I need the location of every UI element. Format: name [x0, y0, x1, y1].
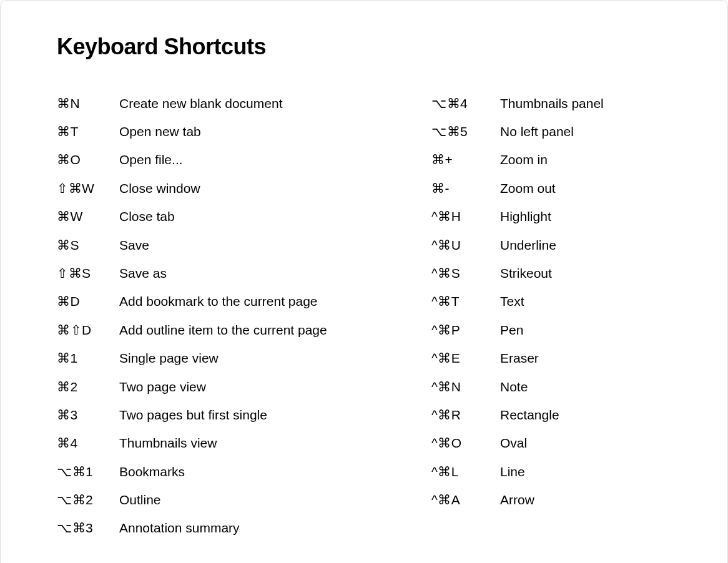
shortcut-row: ⌥⌘5No left panel — [431, 117, 656, 145]
shortcut-keys: ⌘T — [57, 122, 119, 140]
shortcut-row: ^⌘PPen — [431, 316, 656, 344]
shortcut-keys: ^⌘H — [431, 207, 500, 225]
shortcut-desc: Oval — [500, 434, 656, 452]
shortcut-keys: ^⌘O — [431, 434, 500, 452]
shortcut-desc: No left panel — [500, 122, 656, 140]
shortcut-keys: ⌥⌘3 — [57, 519, 119, 537]
shortcuts-columns: ⌘NCreate new blank document ⌘TOpen new t… — [57, 89, 690, 542]
shortcut-row: ⌘NCreate new blank document — [57, 89, 381, 117]
shortcut-row: ^⌘HHighlight — [431, 202, 656, 230]
shortcut-keys: ^⌘R — [431, 406, 500, 424]
shortcut-keys: ⇧⌘W — [57, 179, 119, 197]
shortcut-keys: ⌥⌘1 — [57, 463, 119, 481]
shortcut-row: ^⌘TText — [431, 287, 656, 315]
shortcut-keys: ⌘1 — [57, 349, 119, 367]
shortcut-row: ⌘+Zoom in — [431, 145, 656, 174]
shortcut-row: ⌥⌘4Thumbnails panel — [431, 89, 656, 117]
shortcut-keys: ⌘D — [57, 292, 119, 310]
shortcut-row: ^⌘AArrow — [431, 486, 656, 514]
shortcut-keys: ⌘⇧D — [57, 321, 119, 339]
shortcut-desc: Thumbnails view — [119, 434, 381, 452]
shortcut-keys: ⌘3 — [57, 406, 119, 424]
shortcut-desc: Add bookmark to the current page — [119, 292, 381, 310]
shortcut-desc: Note — [500, 378, 656, 396]
shortcut-desc: Thumbnails panel — [500, 94, 656, 112]
shortcut-row: ^⌘RRectangle — [431, 401, 656, 429]
shortcut-row: ^⌘EEraser — [431, 344, 656, 372]
shortcut-keys: ⌘- — [431, 179, 500, 197]
shortcut-desc: Open new tab — [119, 122, 381, 140]
shortcuts-card: Keyboard Shortcuts ⌘NCreate new blank do… — [0, 0, 728, 563]
shortcut-desc: Rectangle — [500, 406, 656, 424]
shortcut-desc: Add outline item to the current page — [119, 321, 381, 339]
shortcut-keys: ^⌘L — [431, 463, 500, 481]
shortcut-desc: Close window — [119, 179, 381, 197]
shortcut-desc: Zoom in — [500, 150, 656, 169]
shortcut-row: ^⌘SStrikeout — [431, 259, 656, 287]
shortcut-desc: Arrow — [500, 491, 656, 509]
shortcut-row: ^⌘LLine — [431, 458, 656, 486]
shortcuts-col-right: ⌥⌘4Thumbnails panel ⌥⌘5No left panel ⌘+Z… — [431, 89, 656, 542]
shortcut-keys: ⇧⌘S — [57, 264, 119, 282]
shortcut-keys: ^⌘T — [431, 292, 500, 310]
shortcut-desc: Two page view — [119, 378, 381, 396]
shortcut-desc: Line — [500, 463, 656, 481]
shortcut-row: ⌘-Zoom out — [431, 174, 656, 202]
shortcut-desc: Save as — [119, 264, 381, 282]
shortcut-row: ⌘DAdd bookmark to the current page — [57, 287, 381, 315]
shortcut-desc: Highlight — [500, 207, 656, 225]
shortcut-row: ^⌘UUnderline — [431, 231, 656, 259]
shortcut-keys: ⌘4 — [57, 434, 119, 452]
shortcut-row: ⌘TOpen new tab — [57, 117, 381, 145]
shortcut-keys: ⌘O — [57, 150, 119, 169]
shortcut-row: ^⌘OOval — [431, 429, 656, 457]
shortcut-desc: Create new blank document — [119, 94, 381, 112]
shortcut-desc: Close tab — [119, 207, 381, 225]
shortcut-desc: Underline — [500, 236, 656, 254]
shortcut-row: ⌥⌘3Annotation summary — [57, 514, 381, 542]
shortcut-keys: ⌘+ — [431, 150, 500, 169]
shortcut-keys: ⌘2 — [57, 378, 119, 396]
shortcut-row: ⌘4Thumbnails view — [57, 429, 381, 457]
shortcut-row: ⌘2Two page view — [57, 373, 381, 401]
shortcut-keys: ^⌘S — [431, 264, 500, 282]
shortcut-keys: ^⌘N — [431, 378, 500, 396]
shortcut-desc: Bookmarks — [119, 463, 381, 481]
shortcut-keys: ^⌘P — [431, 321, 500, 339]
shortcuts-col-left: ⌘NCreate new blank document ⌘TOpen new t… — [57, 89, 381, 542]
shortcut-keys: ^⌘U — [431, 236, 500, 254]
shortcut-keys: ^⌘A — [431, 491, 500, 509]
shortcut-row: ⌘SSave — [57, 231, 381, 259]
shortcut-desc: Open file... — [119, 150, 381, 169]
shortcut-keys: ^⌘E — [431, 349, 500, 367]
shortcut-desc: Outline — [119, 491, 381, 509]
shortcut-row: ⇧⌘WClose window — [57, 174, 381, 202]
shortcut-row: ^⌘NNote — [431, 373, 656, 401]
shortcut-row: ⌘OOpen file... — [57, 145, 381, 174]
shortcut-desc: Text — [500, 292, 656, 310]
shortcut-keys: ⌥⌘5 — [431, 122, 500, 140]
shortcut-desc: Save — [119, 236, 381, 254]
shortcut-desc: Eraser — [500, 349, 656, 367]
shortcut-row: ⌥⌘1Bookmarks — [57, 458, 381, 486]
shortcut-keys: ⌘N — [57, 94, 119, 112]
shortcut-desc: Zoom out — [500, 179, 656, 197]
shortcut-row: ⌥⌘2Outline — [57, 486, 381, 514]
shortcut-keys: ⌘W — [57, 207, 119, 225]
shortcut-keys: ⌥⌘2 — [57, 491, 119, 509]
shortcut-row: ⌘WClose tab — [57, 202, 381, 230]
shortcut-row: ⌘⇧DAdd outline item to the current page — [57, 316, 381, 344]
shortcut-desc: Pen — [500, 321, 656, 339]
shortcut-keys: ⌘S — [57, 236, 119, 254]
page-title: Keyboard Shortcuts — [57, 34, 690, 59]
shortcut-desc: Two pages but first single — [119, 406, 381, 424]
shortcut-desc: Strikeout — [500, 264, 656, 282]
shortcut-row: ⌘1Single page view — [57, 344, 381, 372]
shortcut-keys: ⌥⌘4 — [431, 94, 500, 112]
shortcut-row: ⌘3Two pages but first single — [57, 401, 381, 429]
shortcut-desc: Annotation summary — [119, 519, 381, 537]
shortcut-row: ⇧⌘SSave as — [57, 259, 381, 287]
shortcut-desc: Single page view — [119, 349, 381, 367]
